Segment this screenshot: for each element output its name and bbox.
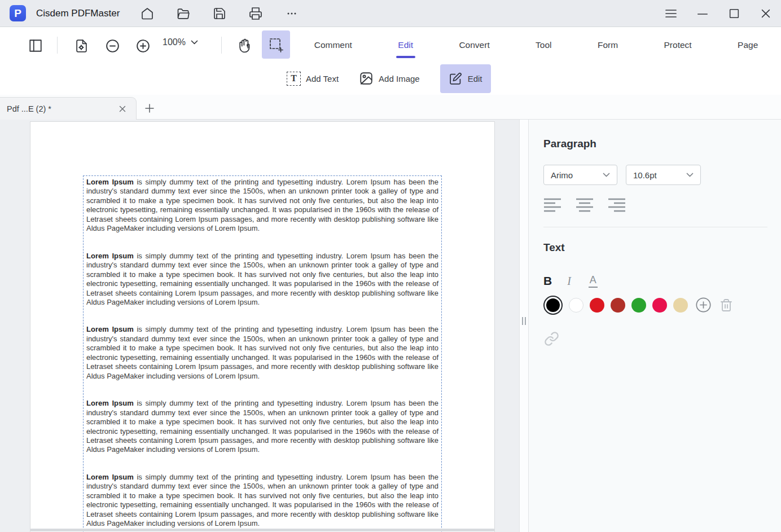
color-swatches	[543, 297, 767, 313]
add-image-button[interactable]: Add Image	[359, 71, 420, 86]
color-swatch[interactable]	[631, 298, 646, 313]
tab-edit[interactable]: Edit	[398, 28, 413, 62]
edit-subtoolbar: T Add Text Add Image Edit	[0, 62, 781, 95]
toolbar-divider	[221, 37, 222, 54]
pdf-paragraph: Lorem Ipsum is simply dummy text of the …	[86, 473, 438, 529]
app-title: Cisdem PDFMaster	[36, 8, 120, 19]
save-icon[interactable]	[212, 6, 227, 21]
document-tab-label: Pdf ...E (2) *	[7, 104, 51, 113]
edit-mode-label: Edit	[468, 74, 482, 83]
app-window: P Cisdem PDFMaster	[0, 0, 781, 532]
tab-comment[interactable]: Comment	[314, 28, 352, 62]
pdf-paragraph: Lorem Ipsum is simply dummy text of the …	[86, 252, 438, 307]
sidebar-toggle-icon[interactable]	[27, 37, 44, 54]
tab-tool[interactable]: Tool	[536, 28, 551, 62]
add-text-icon: T	[287, 72, 301, 86]
toolbar-divider	[57, 37, 58, 54]
trash-icon[interactable]	[719, 298, 733, 312]
font-size-select[interactable]: 10.6pt	[626, 165, 701, 185]
tab-label: Convert	[459, 40, 489, 50]
tab-convert[interactable]: Convert	[459, 28, 489, 62]
properties-panel: Paragraph Arimo 10.6pt Text	[529, 120, 781, 532]
horizontal-scrollbar-thumb[interactable]	[30, 529, 495, 531]
link-icon[interactable]	[543, 331, 559, 346]
new-tab-icon[interactable]	[144, 103, 155, 113]
horizontal-scrollbar	[0, 527, 519, 532]
page-setup-icon[interactable]	[73, 37, 90, 54]
home-icon[interactable]	[140, 6, 155, 21]
marquee-select-icon[interactable]	[262, 30, 290, 59]
titlebar: P Cisdem PDFMaster	[0, 0, 781, 27]
color-swatch[interactable]	[673, 298, 688, 313]
chevron-down-icon	[603, 173, 610, 178]
panel-divider	[543, 227, 767, 227]
font-family-select[interactable]: Arimo	[543, 165, 617, 185]
ribbon-tabs: CommentEditConvertToolFormProtectPage	[291, 28, 781, 62]
paragraph-heading: Paragraph	[543, 138, 767, 150]
document-tab[interactable]: Pdf ...E (2) *	[0, 97, 137, 120]
zoom-out-icon[interactable]	[104, 37, 121, 54]
tab-page[interactable]: Page	[738, 28, 758, 62]
selected-text-block[interactable]: Lorem Ipsum is simply dummy text of the …	[83, 175, 442, 532]
edit-pencil-icon	[449, 72, 463, 86]
add-image-label: Add Image	[379, 74, 420, 83]
font-family-value: Arimo	[551, 170, 573, 180]
toolbar: 100% CommentEditConvertToolFormProtectPa…	[0, 28, 781, 62]
edit-mode-button[interactable]: Edit	[440, 64, 491, 93]
selected-color-swatch[interactable]	[543, 296, 563, 315]
add-image-icon	[359, 71, 374, 86]
pdf-paragraph: Lorem Ipsum is simply dummy text of the …	[86, 325, 438, 381]
color-swatch[interactable]	[611, 298, 625, 313]
app-logo-icon: P	[10, 5, 26, 21]
minimize-icon[interactable]	[695, 6, 710, 21]
folder-open-icon[interactable]	[176, 6, 191, 21]
add-text-label: Add Text	[306, 74, 339, 83]
color-swatch[interactable]	[546, 298, 560, 312]
tab-label: Form	[598, 40, 618, 50]
close-tab-icon[interactable]	[118, 104, 127, 113]
color-swatch[interactable]	[652, 298, 667, 313]
align-right-icon[interactable]	[608, 197, 626, 214]
zoom-level-dropdown[interactable]: 100%	[163, 37, 198, 47]
text-heading: Text	[543, 241, 767, 254]
add-text-button[interactable]: T Add Text	[287, 72, 339, 86]
pdf-paragraph: Lorem Ipsum is simply dummy text of the …	[86, 399, 438, 455]
chevron-down-icon	[191, 40, 198, 45]
active-tab-underline	[396, 56, 415, 58]
hand-tool-icon[interactable]	[236, 37, 253, 54]
chevron-down-icon	[686, 173, 694, 178]
color-swatch[interactable]	[569, 298, 583, 313]
tab-label: Page	[738, 40, 758, 50]
tab-label: Tool	[536, 40, 551, 50]
document-tabbar: Pdf ...E (2) *	[0, 95, 781, 120]
tab-label: Edit	[398, 40, 413, 50]
zoom-level-value: 100%	[163, 37, 186, 47]
maximize-icon[interactable]	[727, 6, 741, 21]
tab-label: Comment	[314, 40, 352, 50]
font-size-value: 10.6pt	[633, 170, 657, 180]
add-color-icon[interactable]	[696, 297, 711, 313]
bold-button[interactable]: B	[543, 274, 552, 288]
italic-button[interactable]: I	[567, 275, 573, 288]
menu-icon[interactable]	[664, 6, 678, 21]
more-icon[interactable]	[284, 6, 299, 21]
tab-protect[interactable]: Protect	[664, 28, 692, 62]
panel-splitter[interactable]	[519, 120, 529, 532]
tab-label: Protect	[664, 40, 692, 50]
close-icon[interactable]	[758, 6, 773, 21]
splitter-grip-icon	[522, 317, 526, 325]
align-left-icon[interactable]	[543, 197, 562, 214]
color-swatch[interactable]	[590, 298, 604, 313]
pdf-paragraph: Lorem Ipsum is simply dummy text of the …	[86, 178, 438, 234]
pdf-page: Lorem Ipsum is simply dummy text of the …	[30, 121, 495, 532]
print-icon[interactable]	[248, 6, 263, 21]
zoom-in-icon[interactable]	[134, 37, 151, 54]
underline-button[interactable]: A	[589, 274, 598, 288]
align-center-icon[interactable]	[576, 197, 594, 214]
tab-form[interactable]: Form	[598, 28, 618, 62]
document-viewport: Lorem Ipsum is simply dummy text of the …	[0, 120, 519, 532]
